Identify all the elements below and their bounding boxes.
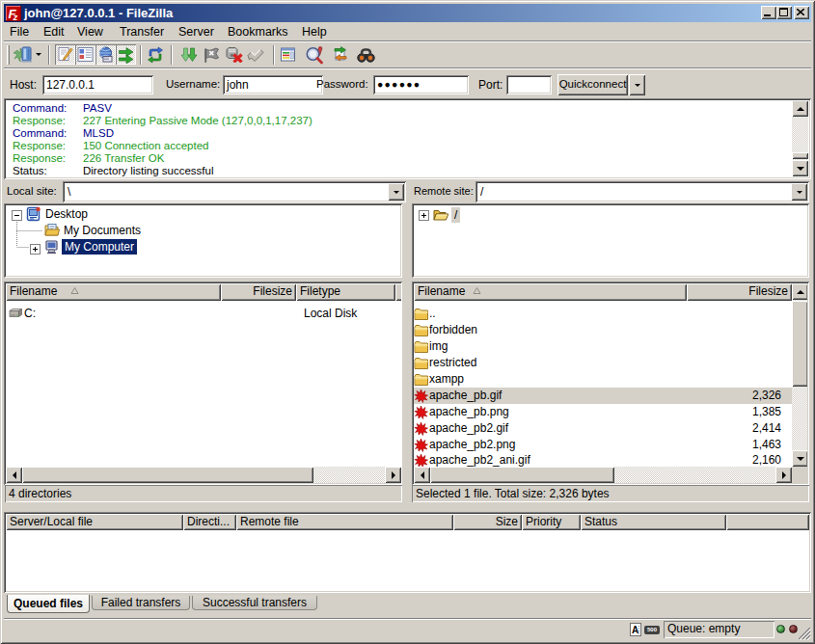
svg-text:z: z [13, 12, 18, 21]
